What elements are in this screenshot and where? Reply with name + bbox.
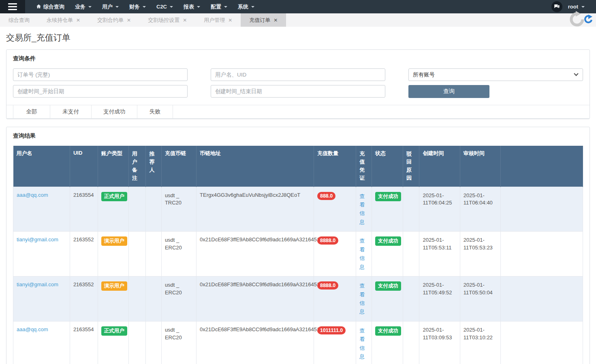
top-navbar: 综合查询业务用户财务C2C报表配置系统 root <box>0 0 596 13</box>
cell-user_note <box>128 321 146 364</box>
tab-label: 充值订单 <box>249 17 270 24</box>
column-header-reviewed_at: 审核时间 <box>460 146 500 187</box>
status-filter-tab[interactable]: 全部 <box>13 105 50 118</box>
nav-menu-label: 财务 <box>129 3 140 11</box>
cell-referrer <box>146 232 162 277</box>
cell-account_type: 演示用户 <box>98 277 128 321</box>
cell-user_note <box>128 187 146 232</box>
table-row: aaa@qq.com2163554正式用户usdt _ ERC200x21DcE… <box>13 321 583 364</box>
tab[interactable]: 用户管理✕ <box>195 13 241 27</box>
account-select[interactable]: 所有账号 <box>408 68 583 81</box>
chevron-down-icon <box>170 6 173 8</box>
cell-actions <box>501 187 583 232</box>
cell-account_type: 演示用户 <box>98 232 128 277</box>
tab[interactable]: 交割合约单✕ <box>89 13 139 27</box>
nav-menu-item[interactable]: 配置 <box>205 0 233 13</box>
user-menu[interactable]: root <box>568 4 585 10</box>
tab-close-icon[interactable]: ✕ <box>76 18 80 23</box>
tab[interactable]: 交割场控设置✕ <box>139 13 195 27</box>
table-row: aaa@qq.com2163554正式用户usdt _ TRC20TErgx4G… <box>13 187 583 232</box>
column-header-label: 推荐人 <box>149 150 155 174</box>
username-link[interactable]: aaa@qq.com <box>17 192 48 198</box>
cell-chain: usdt _ TRC20 <box>161 187 196 232</box>
cell-uid: 2163554 <box>70 187 98 232</box>
table-row: tianyi@gmail.com2163552演示用户usdt _ ERC200… <box>13 277 583 321</box>
order-number-input[interactable] <box>13 68 188 81</box>
cell-amount: 8888.0 <box>314 277 356 321</box>
cell-voucher: 查看信息 <box>356 232 372 277</box>
nav-menu-item[interactable]: 财务 <box>124 0 151 13</box>
nav-menu-item[interactable]: 业务 <box>70 0 97 13</box>
view-voucher-link[interactable]: 查看信息 <box>359 326 365 361</box>
chevron-down-icon <box>581 6 585 8</box>
end-date-input[interactable] <box>211 85 385 98</box>
view-voucher-link[interactable]: 查看信息 <box>359 281 365 316</box>
open-tabs-bar: 综合查询永续持仓单✕交割合约单✕交割场控设置✕用户管理✕充值订单✕ <box>0 13 596 27</box>
cell-status: 支付成功 <box>372 232 403 277</box>
cell-voucher: 查看信息 <box>356 277 372 321</box>
query-panel-title: 查询条件 <box>13 55 583 62</box>
status-filter-tab[interactable]: 失败 <box>137 105 173 118</box>
column-header-created_at: 创建时间 <box>419 146 460 187</box>
tab-close-icon[interactable]: ✕ <box>228 18 232 23</box>
amount-badge: 8888.0 <box>317 236 338 245</box>
cell-reject_reason <box>403 232 419 277</box>
view-voucher-link[interactable]: 查看信息 <box>359 192 365 227</box>
username-link[interactable]: aaa@qq.com <box>17 326 48 332</box>
cell-actions <box>501 232 583 277</box>
nav-menu-item[interactable]: 用户 <box>97 0 124 13</box>
chevron-down-icon <box>115 6 119 8</box>
cell-reviewed_at: 2025-01-11T03:10:22 <box>460 321 500 364</box>
nav-menu-item[interactable]: C2C <box>151 0 178 13</box>
column-header-amount: 充值数量 <box>314 146 356 187</box>
chat-bubbles-icon <box>554 4 560 9</box>
search-button[interactable]: 查询 <box>408 85 489 98</box>
cell-referrer <box>146 321 162 364</box>
tab-close-icon[interactable]: ✕ <box>183 18 187 23</box>
messages-button[interactable] <box>551 1 562 12</box>
refresh-indicator <box>568 11 594 29</box>
nav-menu-label: C2C <box>156 4 167 10</box>
start-date-input[interactable] <box>13 85 188 98</box>
column-header-actions <box>501 146 583 187</box>
status-filter-tab[interactable]: 支付成功 <box>92 105 137 118</box>
refresh-icon[interactable] <box>583 15 594 25</box>
chevron-down-icon <box>88 6 92 8</box>
username-link[interactable]: tianyi@gmail.com <box>17 281 58 287</box>
column-header-voucher: 充值凭证 <box>356 146 372 187</box>
tab[interactable]: 永续持仓单✕ <box>38 13 89 27</box>
status-badge: 支付成功 <box>375 281 401 291</box>
nav-menu-item[interactable]: 报表 <box>178 0 205 13</box>
username-link[interactable]: tianyi@gmail.com <box>17 236 58 243</box>
username-uid-input[interactable] <box>211 68 385 81</box>
view-voucher-link[interactable]: 查看信息 <box>359 236 365 271</box>
status-badge: 支付成功 <box>375 326 401 336</box>
page-title: 交易所_充值订单 <box>6 32 590 43</box>
nav-menu-item[interactable]: 系统 <box>233 0 260 13</box>
tab-label: 交割合约单 <box>97 17 124 24</box>
tab[interactable]: 综合查询 <box>0 13 38 27</box>
tab-active[interactable]: 充值订单✕ <box>241 13 286 27</box>
column-header-uid: UID <box>70 146 98 187</box>
tab-close-icon[interactable]: ✕ <box>127 18 131 23</box>
cell-amount: 1011111.0 <box>314 321 356 364</box>
cell-created_at: 2025-01-11T06:04:25 <box>419 187 460 232</box>
column-header-address: 币链地址 <box>197 146 314 187</box>
query-results-panel: 查询结果 用户名UID账户类型用户备注推荐人充值币链币链地址充值数量充值凭证状态… <box>6 127 590 364</box>
cell-amount: 8888.0 <box>314 232 356 277</box>
amount-badge: 8888.0 <box>317 281 338 289</box>
orders-table: 用户名UID账户类型用户备注推荐人充值币链币链地址充值数量充值凭证状态驳回原因创… <box>13 146 583 364</box>
account-type-badge: 演示用户 <box>101 236 127 246</box>
tab-label: 永续持仓单 <box>47 17 73 24</box>
status-filter-tab[interactable]: 未支付 <box>50 105 92 118</box>
cell-username: tianyi@gmail.com <box>13 277 70 321</box>
nav-menu-label: 报表 <box>184 3 194 11</box>
nav-menu-item[interactable]: 综合查询 <box>31 0 70 13</box>
cell-status: 支付成功 <box>372 277 403 321</box>
results-panel-title: 查询结果 <box>13 132 583 140</box>
chevron-down-icon <box>143 6 146 8</box>
cell-referrer <box>146 277 162 321</box>
tab-close-icon[interactable]: ✕ <box>273 18 278 23</box>
hamburger-icon <box>8 3 17 10</box>
sidebar-toggle-button[interactable] <box>0 0 25 13</box>
